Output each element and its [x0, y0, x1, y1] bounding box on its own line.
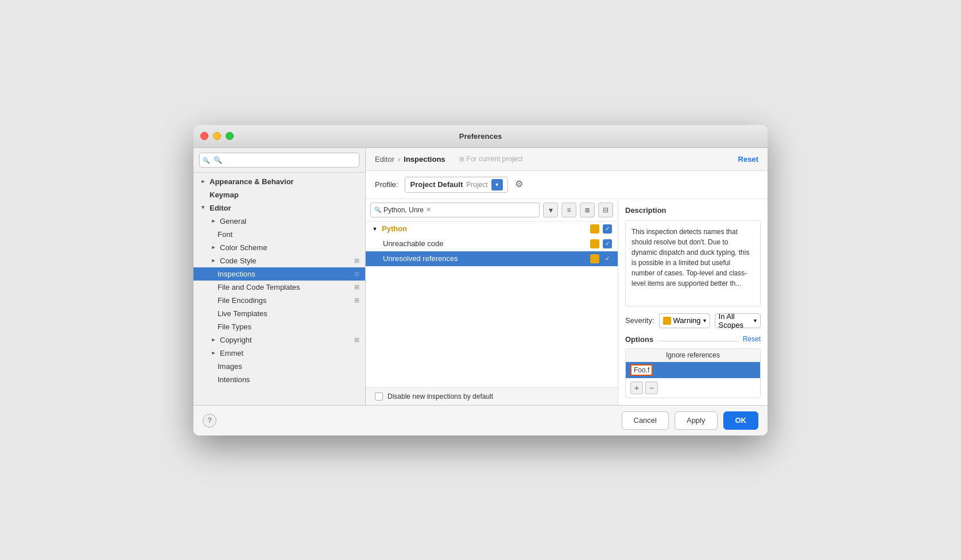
apply-button[interactable]: Apply	[675, 411, 718, 430]
profile-dropdown-arrow: ▾	[491, 179, 503, 190]
sidebar-item-code-style[interactable]: ► Code Style ⊞	[193, 254, 365, 267]
arrow-icon: ►	[210, 217, 218, 225]
tree-item-unresolved[interactable]: Unresolved references ✓	[366, 251, 618, 266]
sidebar-search-input[interactable]	[199, 153, 359, 168]
sort-button1[interactable]: ≡	[561, 203, 576, 217]
collapse-button[interactable]: ⊟	[598, 203, 613, 217]
severity-label: Severity:	[625, 316, 654, 325]
remove-ignore-button[interactable]: −	[645, 382, 658, 394]
divider	[658, 341, 738, 341]
tree-item-unreachable[interactable]: Unreachable code ✓	[366, 236, 618, 251]
breadcrumb-current: Inspections	[404, 155, 445, 164]
breadcrumb-separator: ›	[398, 155, 400, 164]
ignore-header: Ignore references	[626, 349, 760, 362]
sidebar-item-inspections[interactable]: Inspections ⊞	[193, 267, 365, 281]
arrow-icon: ►	[210, 256, 218, 265]
profile-select[interactable]: Project Default Project ▾	[405, 177, 507, 193]
filter-button[interactable]: ▾	[543, 203, 558, 217]
maximize-button[interactable]	[226, 132, 234, 140]
severity-select[interactable]: Warning ▾	[659, 313, 710, 328]
window-title: Preferences	[459, 132, 502, 141]
close-button[interactable]	[200, 132, 208, 140]
badge-icon: ⊞	[354, 336, 359, 344]
severity-value: Warning	[673, 316, 701, 325]
ignore-row[interactable]: Foo.f	[626, 362, 760, 378]
sidebar-item-keymap[interactable]: ► Keymap	[193, 188, 365, 201]
scope-arrow: ▾	[754, 317, 757, 324]
badge-icon: ⊞	[354, 257, 359, 265]
disable-checkbox[interactable]	[375, 392, 383, 400]
add-ignore-button[interactable]: +	[630, 382, 643, 394]
titlebar: Preferences	[193, 125, 768, 148]
arrow-icon: ►	[210, 336, 218, 344]
header-reset-button[interactable]: Reset	[738, 155, 758, 164]
main-panel: Editor › Inspections ⊞ For current proje…	[366, 148, 768, 405]
tree-item-unresolved-label: Unresolved references	[383, 254, 587, 263]
collapse-icon: ⊟	[603, 206, 609, 214]
ignore-references-table: Ignore references Foo.f + −	[625, 348, 761, 398]
footer-left: ?	[203, 414, 216, 427]
help-button[interactable]: ?	[203, 414, 216, 427]
description-title: Description	[625, 206, 761, 215]
tree-panel: 🔍 Python, Unre ✕ ▾ ≡ ≣	[366, 199, 618, 405]
sidebar-item-images[interactable]: Images	[193, 360, 365, 373]
sidebar-item-live-templates[interactable]: Live Templates	[193, 307, 365, 320]
sort-alt-icon: ≣	[584, 206, 590, 214]
options-reset-button[interactable]: Reset	[743, 335, 761, 343]
check-box[interactable]: ✓	[603, 224, 612, 234]
profile-label: Profile:	[375, 180, 398, 189]
content-area: ► Appearance & Behavior ► Keymap ► Edito…	[193, 148, 768, 405]
sidebar-item-appearance[interactable]: ► Appearance & Behavior	[193, 175, 365, 188]
clear-search-button[interactable]: ✕	[426, 206, 431, 213]
scope-select[interactable]: In All Scopes ▾	[715, 313, 761, 328]
sidebar-item-file-code-templates[interactable]: File and Code Templates ⊞	[193, 281, 365, 294]
arrow-icon: ►	[199, 177, 207, 185]
gear-icon[interactable]: ⚙	[515, 178, 528, 191]
sidebar-item-file-encodings[interactable]: File Encodings ⊞	[193, 294, 365, 307]
cancel-button[interactable]: Cancel	[622, 411, 669, 430]
search-wrapper	[199, 153, 359, 168]
tree-item-python[interactable]: ▼ Python ✓	[366, 221, 618, 236]
minimize-button[interactable]	[213, 132, 221, 140]
tree-item-unreachable-label: Unreachable code	[383, 239, 587, 248]
check-box[interactable]: ✓	[603, 254, 612, 263]
badge-icon: ⊞	[354, 270, 359, 278]
sort-button2[interactable]: ≣	[580, 203, 595, 217]
ok-button[interactable]: OK	[723, 411, 759, 430]
arrow-icon: ►	[210, 349, 218, 357]
severity-arrow: ▾	[703, 317, 706, 324]
check-box[interactable]: ✓	[603, 239, 612, 248]
profile-row: Profile: Project Default Project ▾ ⚙	[366, 171, 768, 199]
sidebar: ► Appearance & Behavior ► Keymap ► Edito…	[193, 148, 366, 405]
ignore-buttons: + −	[626, 378, 760, 398]
search-filter[interactable]: 🔍 Python, Unre ✕	[370, 203, 540, 217]
breadcrumb-parent: Editor	[375, 155, 394, 164]
description-text: This inspection detects names that shoul…	[625, 220, 761, 306]
options-header: Options Reset	[625, 335, 761, 344]
sidebar-item-emmet[interactable]: ► Emmet	[193, 347, 365, 360]
sidebar-item-general[interactable]: ► General	[193, 215, 365, 228]
arrow-icon: ►	[199, 204, 207, 212]
sidebar-item-file-types[interactable]: File Types	[193, 320, 365, 333]
traffic-lights	[200, 132, 234, 140]
profile-type: Project	[466, 181, 487, 189]
scope-value: In All Scopes	[719, 312, 751, 329]
footer: ? Cancel Apply OK	[193, 405, 768, 435]
tree-content: ▼ Python ✓ Unreachable code ✓	[366, 221, 618, 387]
sidebar-item-intentions[interactable]: Intentions	[193, 373, 365, 386]
sidebar-item-color-scheme[interactable]: ► Color Scheme	[193, 241, 365, 254]
severity-indicator	[590, 239, 599, 248]
breadcrumb: Editor › Inspections	[375, 155, 445, 164]
main-header: Editor › Inspections ⊞ For current proje…	[366, 148, 768, 171]
search-filter-text: Python, Unre	[383, 206, 424, 214]
disable-label: Disable new inspections by default	[388, 392, 493, 400]
description-panel: Description This inspection detects name…	[618, 199, 768, 405]
sidebar-item-font[interactable]: Font	[193, 228, 365, 241]
sidebar-item-copyright[interactable]: ► Copyright ⊞	[193, 333, 365, 347]
badge-icon: ⊞	[354, 283, 359, 291]
tree-toggle-icon: ▼	[371, 225, 378, 232]
arrow-icon: ►	[210, 243, 218, 251]
severity-color-indicator	[663, 317, 671, 325]
sidebar-item-editor[interactable]: ► Editor	[193, 201, 365, 215]
for-current-project: ⊞ For current project	[459, 155, 523, 163]
